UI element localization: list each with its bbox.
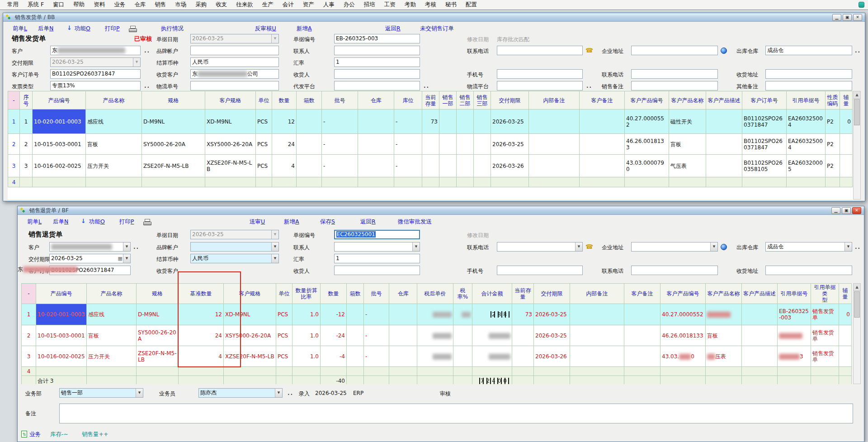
table-cell[interactable]: [580, 134, 625, 155]
table-cell[interactable]: [474, 177, 491, 187]
printer-icon[interactable]: [129, 26, 137, 32]
table-cell[interactable]: 感应线: [87, 304, 137, 325]
column-header[interactable]: 数量: [321, 284, 347, 304]
column-header[interactable]: 引用单据类 型: [811, 284, 839, 304]
chevron-down-icon[interactable]: ▼: [844, 242, 852, 251]
table-cell[interactable]: [224, 376, 276, 385]
return-table-scrollbar[interactable]: ▲: [853, 283, 861, 384]
brand-account-input[interactable]: [190, 46, 279, 55]
table-cell[interactable]: 2026-03-25: [534, 325, 570, 346]
table-cell[interactable]: EB-260325-003: [778, 304, 811, 325]
table-cell[interactable]: 4: [272, 155, 297, 177]
table-cell[interactable]: [322, 177, 358, 187]
table-cell[interactable]: [529, 155, 580, 177]
salesperson-combo[interactable]: 陈亦杰▼: [198, 388, 283, 398]
table-cell[interactable]: P2: [826, 155, 840, 177]
table-cell[interactable]: 2026-03-25: [491, 134, 529, 155]
table-cell[interactable]: [840, 134, 853, 155]
table-cell[interactable]: [276, 367, 292, 376]
table-cell[interactable]: 2026-03-25: [491, 109, 529, 134]
company-address-input[interactable]: [631, 46, 718, 55]
menu-item[interactable]: 市场: [170, 1, 191, 9]
table-cell[interactable]: [839, 376, 852, 385]
table-cell[interactable]: 40.27.0000552: [625, 109, 669, 134]
table-cell[interactable]: [347, 325, 364, 346]
table-cell[interactable]: XSY5000-26-20A: [205, 134, 256, 155]
functions-button[interactable]: 功能O: [75, 25, 90, 33]
table-cell[interactable]: -: [394, 155, 422, 177]
menu-item[interactable]: 招培: [359, 1, 380, 9]
table-cell[interactable]: [422, 177, 439, 187]
mobile-input[interactable]: [497, 69, 583, 79]
close-icon[interactable]: ✕: [853, 14, 862, 21]
table-cell[interactable]: [453, 367, 472, 376]
customer-input[interactable]: 东: [50, 46, 141, 55]
table-cell[interactable]: [422, 134, 439, 155]
table-cell[interactable]: [474, 109, 491, 134]
table-cell[interactable]: [457, 134, 474, 155]
table-cell[interactable]: 2026-03-26: [534, 346, 570, 367]
table-cell[interactable]: [839, 367, 852, 376]
prev-doc-button[interactable]: 前单L: [27, 218, 42, 226]
menu-item[interactable]: 考核: [420, 1, 441, 9]
column-header[interactable]: 客户备注: [580, 91, 625, 109]
table-cell[interactable]: [358, 155, 394, 177]
table-cell[interactable]: [778, 367, 811, 376]
table-cell[interactable]: [512, 376, 534, 385]
table-cell[interactable]: [787, 177, 826, 187]
column-header[interactable]: 税后单价: [417, 284, 453, 304]
column-header[interactable]: 批号: [364, 284, 389, 304]
column-header[interactable]: 销售 二部: [457, 91, 474, 109]
table-cell[interactable]: [472, 367, 512, 376]
menu-item[interactable]: 配置: [461, 1, 481, 9]
menu-item[interactable]: 资料: [89, 1, 109, 9]
table-cell[interactable]: [472, 346, 512, 367]
table-cell[interactable]: [534, 376, 570, 385]
table-cell[interactable]: -: [364, 346, 389, 367]
table-cell[interactable]: 销售发货单: [811, 325, 839, 346]
column-header[interactable]: 交付期限: [534, 284, 570, 304]
other-note-input[interactable]: [765, 81, 852, 90]
next-doc-button[interactable]: 后单N: [53, 218, 68, 226]
table-cell[interactable]: [292, 376, 321, 385]
currency-combo[interactable]: 人民币▼: [190, 254, 279, 263]
customer-combo[interactable]: ▼: [49, 242, 131, 252]
invoice-lookup-dots[interactable]: ..: [144, 83, 150, 89]
table-cell[interactable]: ZSE20F-N-M5-LB: [137, 346, 179, 367]
table-cell[interactable]: [840, 155, 853, 177]
back-button[interactable]: 返回R: [385, 25, 401, 33]
globe-icon[interactable]: [721, 48, 727, 54]
table-cell[interactable]: [706, 109, 742, 134]
table-cell[interactable]: [297, 177, 322, 187]
table-cell[interactable]: [297, 109, 322, 134]
table-cell[interactable]: [276, 376, 292, 385]
table-cell[interactable]: [417, 346, 453, 367]
maximize-icon[interactable]: ▣: [842, 207, 851, 214]
column-header[interactable]: 引用单据号: [778, 284, 811, 304]
table-row[interactable]: 3310-016-002-0025压力开关ZSE20F-N-M5-LBXZSE2…: [8, 155, 853, 177]
doc-date-input[interactable]: 2026-03-25▼: [190, 34, 279, 43]
column-header[interactable]: 引用单据号: [787, 91, 826, 109]
globe-icon[interactable]: [721, 244, 727, 250]
contact-phone-input[interactable]: [497, 46, 583, 55]
column-header[interactable]: 税率%: [453, 284, 472, 304]
contact-phone2-input[interactable]: [631, 266, 718, 275]
table-cell[interactable]: EA260325004: [787, 134, 826, 155]
warehouse-lookup-dots[interactable]: ..: [855, 244, 861, 250]
table-cell[interactable]: 盲板: [669, 134, 706, 155]
table-cell[interactable]: [364, 367, 389, 376]
column-header[interactable]: 内部备注: [570, 284, 624, 304]
table-row[interactable]: 210-015-003-0001盲板SY5000-26-20A24XSY5000…: [22, 325, 852, 346]
table-cell[interactable]: [811, 376, 839, 385]
column-header[interactable]: 仓库: [358, 91, 394, 109]
table-cell[interactable]: -: [394, 109, 422, 134]
table-cell[interactable]: [826, 177, 840, 187]
menu-item[interactable]: 办公: [339, 1, 359, 9]
deadline-input[interactable]: 2026-03-25▦▼: [49, 254, 131, 263]
table-cell[interactable]: [457, 109, 474, 134]
table-cell[interactable]: 4: [8, 177, 20, 187]
minimize-icon[interactable]: ▁: [832, 14, 841, 21]
table-cell[interactable]: [706, 155, 742, 177]
menu-item[interactable]: 采购: [191, 1, 211, 9]
table-cell[interactable]: PCS: [276, 304, 292, 325]
